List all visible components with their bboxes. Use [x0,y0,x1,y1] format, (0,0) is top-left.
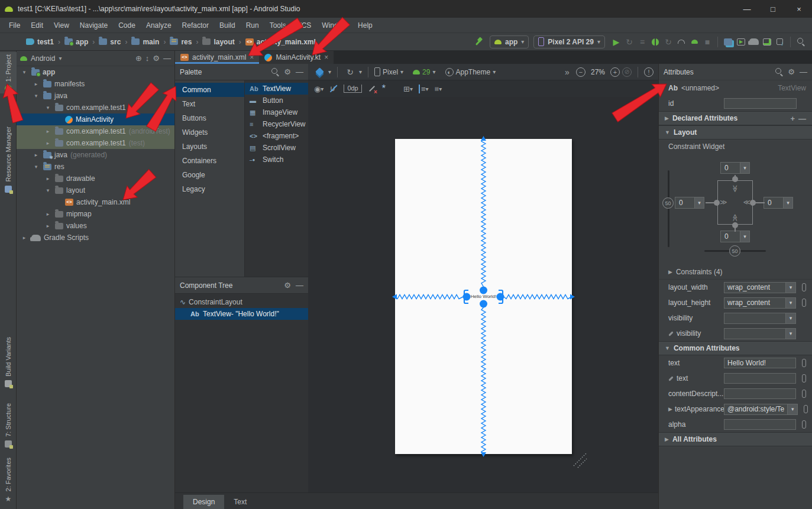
palette-item-switch[interactable]: ‒●Switch [245,154,308,166]
locate-icon[interactable]: ⊕ [135,54,142,63]
overflow-icon[interactable]: » [561,66,574,79]
orientation-select[interactable]: ↻ [344,66,357,79]
id-input[interactable] [724,98,797,109]
margin-bottom-combo[interactable]: 0▾ [720,231,750,242]
menu-view[interactable]: View [48,19,75,32]
hide-panel-icon[interactable]: — [296,281,303,290]
stop-button[interactable]: ■ [701,35,714,48]
remove-attribute-icon[interactable]: — [798,114,806,123]
content-description-input[interactable] [724,388,796,399]
menu-run[interactable]: Run [241,19,264,32]
minimize-button[interactable]: — [734,0,760,18]
device-select[interactable]: Pixel 2 API 29▾ [533,35,605,48]
build-hammer-icon[interactable] [474,37,484,47]
breadcrumb-test1[interactable]: test1 [26,38,54,46]
margin-left-combo[interactable]: 0▾ [675,197,704,209]
margin-right-combo[interactable]: 0▾ [764,197,793,209]
pick-resource-icon[interactable] [802,299,806,307]
pick-resource-icon[interactable] [804,405,808,413]
constraint-anchor-right[interactable] [750,200,756,206]
pick-resource-icon[interactable] [802,420,806,429]
menu-file[interactable]: File [4,19,25,32]
horizontal-bias-value[interactable]: 50 [729,245,740,257]
zoom-in-button[interactable]: + [610,67,620,77]
margin-top-combo[interactable]: 0▾ [720,162,750,174]
apply-code-changes-icon[interactable]: ≡ [636,35,649,48]
palette-item-button[interactable]: ▬Button [245,95,308,106]
constraint-widget[interactable]: 50 0▾ 0▾ 0▾ 0▾ ≫ ≪ ≫ ≪ 50 [659,154,812,265]
view-options-select[interactable]: ◉▾ [314,85,323,93]
palette-category-buttons[interactable]: Buttons [175,111,244,125]
pick-resource-icon[interactable] [802,374,806,382]
gear-icon[interactable]: ⚙ [788,67,795,76]
infer-constraints-wand-icon[interactable]: * [382,83,386,94]
avd-manager-icon[interactable]: ▶ [735,35,748,48]
tree-item-mipmap[interactable]: ▸mipmap [17,208,174,220]
section-constraints[interactable]: ▶ Constraints (4) [659,265,812,279]
tab-close-icon[interactable]: × [324,53,328,61]
text-appearance-combo[interactable]: @android:style/Te▾ [724,404,798,415]
breadcrumb-src[interactable]: src [99,38,121,46]
search-icon[interactable] [775,68,783,76]
tree-item-drawable[interactable]: ▸drawable [17,173,174,184]
vertical-bias-value[interactable]: 50 [662,197,674,209]
text-input[interactable]: Hello World! [724,358,796,368]
section-common-attributes[interactable]: ▼ Common Attributes [659,341,812,355]
profiler-gauge-icon[interactable] [675,35,688,48]
hide-panel-icon[interactable]: — [800,67,807,76]
default-margin-control[interactable]: 0dp [344,85,361,93]
menu-build[interactable]: Build [214,19,241,32]
canvas-resize-handle[interactable] [574,453,587,468]
palette-item-recyclerview[interactable]: ≡RecyclerView↓ [245,118,308,130]
tree-item-java[interactable]: ▾java [17,90,174,102]
maximize-button[interactable]: □ [760,0,786,18]
gear-icon[interactable]: ⚙ [284,281,291,290]
palette-category-containers[interactable]: Containers [175,154,244,168]
attach-debugger-icon[interactable] [688,35,701,48]
palette-item-scrollview[interactable]: ▤ScrollView [245,142,308,154]
device-file-explorer-icon[interactable] [722,35,735,48]
breadcrumb-app[interactable]: app [64,38,88,46]
palette-item-imageview[interactable]: ▦ImageView [245,106,308,118]
breadcrumb-layout[interactable]: layout [202,38,234,46]
component-tree-item-constraintlayout[interactable]: ∿ConstraintLayout [175,296,308,308]
project-view-selector[interactable]: Android [31,54,55,63]
tool-window-resource-manager[interactable]: Resource Manager [0,127,17,193]
device-screen[interactable]: Hello World! [395,139,572,454]
api-version-select[interactable]: 29 [422,68,430,76]
tool-window-favorites[interactable]: 2: Favorites ★ [0,458,17,503]
gradle-sync-icon[interactable] [748,35,761,48]
tab-design[interactable]: Design [183,495,224,509]
gear-icon[interactable]: ⚙ [153,54,160,63]
breadcrumb-activity-main-xml[interactable]: <>activity_main.xml [245,38,316,46]
run-button[interactable]: ▶ [610,35,623,48]
gear-icon[interactable]: ⚙ [284,67,291,76]
tree-item-java-generated[interactable]: ▸java(generated) [17,149,174,161]
alpha-input[interactable] [724,419,796,430]
palette-item-textview[interactable]: AbTextView [245,83,308,95]
tree-item-package-androidtest[interactable]: ▸com.example.test1(androidTest) [17,125,174,137]
clear-constraints-icon[interactable] [368,85,376,93]
search-icon[interactable] [271,68,279,76]
breadcrumb-res[interactable]: res [170,38,192,46]
breadcrumb-main[interactable]: main [131,38,159,46]
tree-item-gradle-scripts[interactable]: ▸Gradle Scripts [17,232,174,244]
tree-item-values[interactable]: ▸values [17,220,174,232]
run-configuration-select[interactable]: app▾ [490,35,529,48]
palette-category-google[interactable]: Google [175,168,244,182]
constraint-anchor-bottom[interactable] [732,222,738,228]
pack-select[interactable]: ⊞▾ [403,85,413,93]
hide-panel-icon[interactable]: — [163,54,171,63]
menu-edit[interactable]: Edit [25,19,48,32]
constraint-anchor-top[interactable] [732,176,738,182]
zoom-out-button[interactable]: − [576,67,585,77]
menu-vcs[interactable]: VCS [292,19,317,32]
canvas-textview[interactable]: Hello World! [464,290,503,303]
tree-item-package[interactable]: ▾com.example.test1 [17,102,174,114]
layout-inspector-icon[interactable]: ↓ [774,35,787,48]
issue-panel-icon[interactable]: ! [644,67,654,77]
tree-item-res[interactable]: ▾res [17,161,174,173]
pick-resource-icon[interactable] [802,390,806,398]
guidelines-select[interactable]: ≡▾ [435,85,442,93]
collapse-all-icon[interactable]: ↕ [145,54,150,63]
